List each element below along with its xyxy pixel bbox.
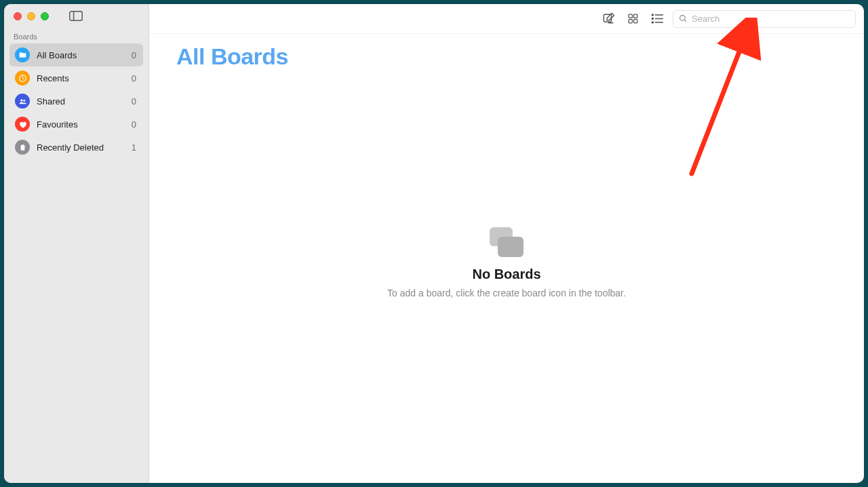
people-icon	[15, 94, 30, 109]
svg-point-12	[652, 18, 653, 20]
sidebar-item-label: Recents	[37, 73, 125, 83]
sidebar: Boards All Boards0Recents0Shared0Favouri…	[4, 4, 149, 483]
svg-rect-7	[633, 14, 637, 18]
sidebar-item-all-boards[interactable]: All Boards0	[9, 43, 143, 66]
sidebar-item-label: All Boards	[37, 50, 125, 60]
titlebar	[4, 11, 149, 28]
folder-icon	[15, 47, 30, 62]
sidebar-item-favourites[interactable]: Favourites0	[9, 113, 143, 136]
search-input[interactable]	[692, 14, 850, 24]
sidebar-item-label: Favourites	[37, 119, 125, 130]
svg-point-10	[652, 14, 653, 16]
svg-rect-9	[633, 20, 637, 23]
create-board-button[interactable]	[599, 11, 617, 27]
close-window-button[interactable]	[14, 12, 22, 20]
toolbar	[149, 4, 864, 34]
trash-icon	[15, 140, 30, 155]
svg-rect-8	[629, 20, 632, 23]
sidebar-item-count: 1	[132, 142, 138, 153]
empty-state-title: No Boards	[472, 267, 540, 282]
sidebar-nav: All Boards0Recents0Shared0Favourites0Rec…	[4, 43, 149, 159]
sidebar-item-label: Recently Deleted	[37, 142, 125, 153]
boards-stack-icon	[490, 227, 524, 257]
main-content: All Boards No Boards To add a board, cli…	[149, 4, 864, 483]
empty-state-subtitle: To add a board, click the create board i…	[387, 288, 626, 298]
list-view-button[interactable]	[648, 11, 666, 27]
minimize-window-button[interactable]	[27, 12, 35, 20]
svg-line-17	[684, 20, 686, 22]
sidebar-item-shared[interactable]: Shared0	[9, 90, 143, 113]
fullscreen-window-button[interactable]	[41, 12, 49, 20]
sidebar-item-label: Shared	[37, 96, 125, 106]
svg-rect-6	[629, 14, 632, 18]
heart-icon	[15, 117, 30, 132]
empty-state: No Boards To add a board, click the crea…	[149, 56, 864, 469]
svg-point-14	[652, 22, 653, 23]
svg-point-4	[23, 100, 25, 102]
sidebar-item-recents[interactable]: Recents0	[9, 66, 143, 90]
sidebar-item-count: 0	[132, 50, 138, 60]
sidebar-section-label: Boards	[4, 28, 149, 43]
svg-point-16	[680, 16, 686, 21]
sidebar-item-recently-deleted[interactable]: Recently Deleted1	[9, 136, 143, 159]
sidebar-item-count: 0	[132, 119, 138, 130]
window-controls	[14, 12, 49, 20]
toggle-sidebar-button[interactable]	[69, 11, 83, 22]
app-window: Boards All Boards0Recents0Shared0Favouri…	[4, 4, 864, 483]
sidebar-item-count: 0	[132, 73, 138, 83]
grid-view-button[interactable]	[624, 11, 642, 27]
search-field[interactable]	[673, 10, 856, 28]
clock-icon	[15, 71, 30, 85]
svg-point-3	[20, 99, 22, 101]
sidebar-item-count: 0	[132, 96, 138, 106]
svg-rect-0	[70, 12, 82, 20]
search-icon	[679, 14, 688, 23]
